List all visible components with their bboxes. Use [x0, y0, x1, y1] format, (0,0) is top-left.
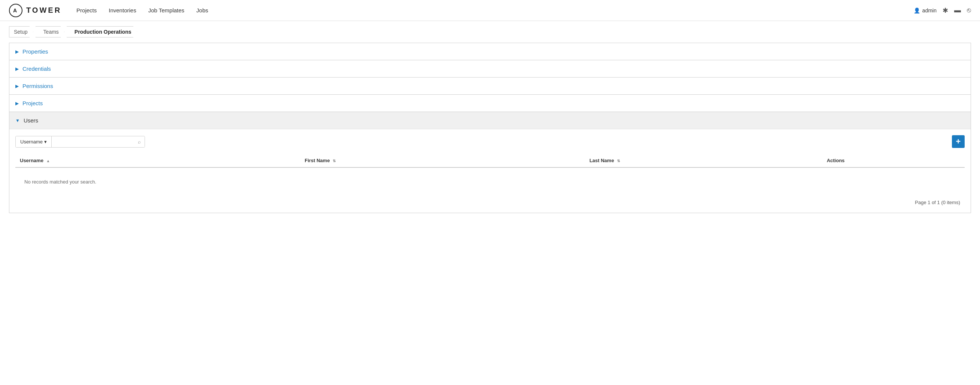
- accordion-users-title: Users: [24, 117, 38, 124]
- logo: A TOWER: [9, 4, 61, 17]
- accordion-properties-toggle: ▶: [15, 49, 19, 54]
- logo-name: TOWER: [26, 6, 61, 14]
- username-label: admin: [922, 8, 937, 13]
- user-icon: 👤: [914, 8, 920, 13]
- lastname-sort-icon: ⇅: [617, 159, 620, 163]
- filter-dropdown-icon: ▾: [44, 139, 47, 145]
- nav-user: 👤 admin: [914, 8, 937, 13]
- accordion-permissions-title: Permissions: [22, 83, 53, 89]
- pagination: Page 1 of 1 (0 items): [15, 196, 965, 207]
- breadcrumb-teams[interactable]: Teams: [36, 26, 64, 37]
- breadcrumb-setup[interactable]: Setup: [9, 26, 33, 37]
- nav-projects[interactable]: Projects: [76, 6, 97, 15]
- accordion-permissions: ▶ Permissions: [9, 78, 971, 95]
- accordion-users-body: Username ▾ ⌕ + Username: [10, 129, 970, 213]
- filter-dropdown-button[interactable]: Username ▾: [16, 136, 52, 147]
- accordion-credentials-toggle: ▶: [15, 66, 19, 72]
- accordion-properties-title: Properties: [22, 48, 48, 55]
- accordion-properties: ▶ Properties: [9, 43, 971, 60]
- search-input[interactable]: [52, 136, 134, 147]
- accordion-permissions-toggle: ▶: [15, 84, 19, 89]
- accordion-users: ▼ Users Username ▾ ⌕ +: [9, 112, 971, 213]
- accordion-credentials-title: Credentials: [22, 65, 51, 72]
- pagination-label: Page 1 of 1 (0 items): [915, 200, 960, 205]
- col-header-username[interactable]: Username ▲: [15, 154, 300, 167]
- accordion-credentials-header[interactable]: ▶ Credentials: [10, 60, 970, 77]
- main-content: ▶ Properties ▶ Credentials ▶ Permissions…: [0, 43, 980, 222]
- settings-icon[interactable]: ✱: [943, 6, 948, 14]
- breadcrumb: Setup Teams Production Operations: [0, 21, 980, 43]
- search-submit-button[interactable]: ⌕: [134, 136, 145, 147]
- accordion-projects-title: Projects: [22, 100, 43, 107]
- add-icon: +: [956, 137, 961, 146]
- username-sort-icon: ▲: [46, 159, 50, 163]
- breadcrumb-production-operations[interactable]: Production Operations: [67, 26, 137, 37]
- col-header-actions: Actions: [822, 154, 965, 167]
- nav-inventories[interactable]: Inventories: [109, 6, 136, 15]
- nav-links: Projects Inventories Job Templates Jobs: [76, 6, 914, 15]
- logo-letter: A: [13, 8, 18, 13]
- accordion-users-header[interactable]: ▼ Users: [10, 112, 970, 129]
- users-table: Username ▲ First Name ⇅ Last Name ⇅ Ac: [15, 154, 965, 196]
- empty-row: No records matched your search.: [15, 167, 965, 196]
- nav-job-templates[interactable]: Job Templates: [148, 6, 184, 15]
- accordion-projects: ▶ Projects: [9, 95, 971, 112]
- table-body: No records matched your search.: [15, 167, 965, 196]
- table-header: Username ▲ First Name ⇅ Last Name ⇅ Ac: [15, 154, 965, 167]
- add-user-button[interactable]: +: [952, 135, 965, 148]
- accordion-permissions-header[interactable]: ▶ Permissions: [10, 78, 970, 94]
- logout-icon[interactable]: ⎋: [967, 6, 971, 14]
- navbar: A TOWER Projects Inventories Job Templat…: [0, 0, 980, 21]
- logo-circle: A: [9, 4, 22, 17]
- search-icon: ⌕: [138, 139, 141, 145]
- search-filter-group: Username ▾ ⌕: [15, 136, 145, 148]
- nav-jobs[interactable]: Jobs: [196, 6, 208, 15]
- accordion-credentials: ▶ Credentials: [9, 60, 971, 78]
- accordion-users-toggle: ▼: [15, 118, 20, 123]
- col-header-lastname[interactable]: Last Name ⇅: [585, 154, 822, 167]
- monitor-icon[interactable]: ▬: [954, 6, 961, 14]
- search-row: Username ▾ ⌕ +: [15, 135, 965, 148]
- accordion-projects-toggle: ▶: [15, 101, 19, 106]
- nav-right: 👤 admin ✱ ▬ ⎋: [914, 6, 971, 14]
- filter-label: Username: [20, 139, 43, 145]
- accordion-projects-header[interactable]: ▶ Projects: [10, 95, 970, 111]
- empty-message: No records matched your search.: [15, 167, 965, 196]
- firstname-sort-icon: ⇅: [332, 159, 336, 163]
- accordion-properties-header[interactable]: ▶ Properties: [10, 43, 970, 60]
- col-header-firstname[interactable]: First Name ⇅: [300, 154, 585, 167]
